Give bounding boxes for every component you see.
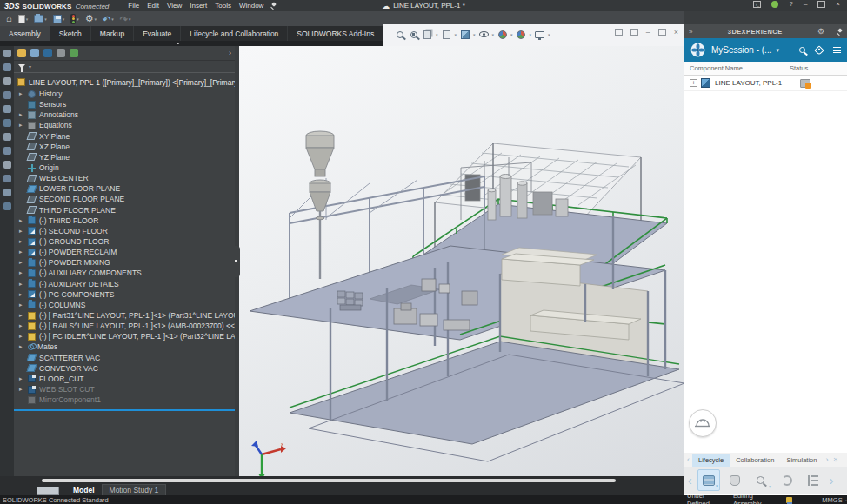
mysession-label[interactable]: MySession - (... <box>711 45 771 55</box>
expand-arrow-icon[interactable]: ▸ <box>19 217 23 224</box>
dropdown-caret-icon[interactable]: ▾ <box>492 32 495 37</box>
expand-arrow-icon[interactable]: ▸ <box>19 322 23 329</box>
tools-scroll-right-icon[interactable]: › <box>826 474 837 487</box>
tree-item-conveyor-vac[interactable]: CONVEYOR VAC <box>14 363 235 374</box>
tabs-expand-icon[interactable]: » <box>831 454 840 464</box>
home-icon[interactable]: ⌂ <box>6 14 12 23</box>
tree-item-web-slot-cut[interactable]: ▸WEB SLOT CUT <box>14 384 235 395</box>
rollback-bar[interactable] <box>14 409 235 411</box>
assistant-button[interactable] <box>689 409 717 437</box>
tree-item-third-floor-plane[interactable]: THIRD FLOOR PLANE <box>14 205 235 216</box>
tree-filter-row[interactable]: ▾ <box>14 61 235 73</box>
panel-tab-lifecycle[interactable]: Lifecycle <box>692 454 730 467</box>
ribbon-tab-markup[interactable]: Markup <box>91 26 134 41</box>
menu-icon[interactable] <box>833 47 841 53</box>
note-icon[interactable] <box>3 119 11 127</box>
sync-status-icon[interactable] <box>776 469 798 491</box>
search-properties-icon[interactable]: ▾ <box>750 469 772 491</box>
target-icon[interactable] <box>3 161 11 169</box>
expand-arrow-icon[interactable]: ▸ <box>19 228 23 235</box>
session-chevron-down-icon[interactable]: ▾ <box>776 47 779 54</box>
status-units[interactable]: MMGS · <box>822 496 847 504</box>
mysession-bar[interactable]: MySession - (... ▾ <box>684 38 847 62</box>
menu-item-file[interactable]: File <box>128 2 139 10</box>
pin-icon[interactable] <box>3 133 11 141</box>
settings-icon[interactable] <box>3 189 11 196</box>
displaymanager-icon[interactable] <box>70 49 78 57</box>
featuremanager-tree-icon[interactable] <box>17 49 26 57</box>
tree-item-rails-line-layout-ppl[interactable]: ▸(-) [ RAILS^LINE LAYOUT, PPL-1 ]<1> (AM… <box>14 321 235 331</box>
display-style-cube-icon[interactable] <box>459 29 470 40</box>
tree-item-auxiliary-details[interactable]: ▸(-) AUXILIARY DETAILS <box>14 279 235 289</box>
sheet-tab-motion-study-1[interactable]: Motion Study 1 <box>102 484 167 495</box>
expand-arrow-icon[interactable]: ▸ <box>19 90 23 97</box>
view-settings-ball-icon[interactable] <box>497 29 508 40</box>
ribbon-tab-lifecycle-and-collaboration[interactable]: Lifecycle and Collaboration <box>181 26 288 41</box>
redo-icon[interactable]: ↷▾ <box>120 15 131 23</box>
tree-item-equations[interactable]: ▸Equations <box>14 120 235 130</box>
help-icon[interactable]: ? <box>789 1 792 8</box>
rebuild-traffic-light-icon[interactable]: ▾ <box>70 14 79 24</box>
menu-pin-icon[interactable] <box>270 3 277 9</box>
panel-icon[interactable] <box>3 105 11 113</box>
ribbon-tab-sketch[interactable]: Sketch <box>50 26 91 41</box>
options-gear-icon[interactable]: ⚙▾ <box>85 14 97 23</box>
zoom-to-fit-icon[interactable] <box>394 29 405 40</box>
tree-item-scatterer-vac[interactable]: SCATTERER VAC <box>14 353 235 363</box>
column-status[interactable]: Status <box>784 62 847 75</box>
menu-item-window[interactable]: Window <box>239 2 263 10</box>
tree-item-pg-components[interactable]: ▸(-) PG COMPONENTS <box>14 289 235 300</box>
tag-icon[interactable] <box>814 45 824 55</box>
tree-item-columns[interactable]: ▸(-) COLUMNS <box>14 300 235 310</box>
expand-arrow-icon[interactable]: ▸ <box>19 375 23 382</box>
menu-item-edit[interactable]: Edit <box>147 2 159 10</box>
tree-item-mates[interactable]: ▸Mates <box>14 342 235 352</box>
new-document-icon[interactable]: ▾ <box>18 15 29 23</box>
tree-item-auxiliary-components[interactable]: ▸(-) AUXILIARY COMPONENTS <box>14 268 235 278</box>
presence-green-dot[interactable] <box>771 1 778 8</box>
expand-arrow-icon[interactable]: ▸ <box>19 249 23 255</box>
tree-item-floor-cut[interactable]: ▸FLOOR_CUT <box>14 374 235 384</box>
circle-icon[interactable] <box>3 175 11 182</box>
tabs-scroll-left-icon[interactable]: ‹ <box>684 455 692 464</box>
dropdown-caret-icon[interactable]: ▾ <box>530 32 532 37</box>
doc-window-icon-2[interactable] <box>630 29 638 36</box>
share-icon[interactable] <box>3 202 11 210</box>
filter-caret-icon[interactable]: ▾ <box>29 63 31 70</box>
expand-arrow-icon[interactable]: ▸ <box>19 111 23 118</box>
ribbon-tab-assembly[interactable]: Assembly <box>0 26 50 41</box>
propertymanager-icon[interactable] <box>30 49 39 57</box>
expand-arrow-icon[interactable]: ▸ <box>19 302 23 308</box>
lifecycle-stack-icon[interactable]: ▾ <box>697 469 720 491</box>
open-icon[interactable]: ▾ <box>34 15 47 23</box>
panel-tab-simulation[interactable]: Simulation <box>780 454 823 467</box>
tree-item-ground-floor[interactable]: ▸(-) GROUND FLOOR <box>14 236 235 247</box>
tree-item-third-floor[interactable]: ▸(-) THIRD FLOOR <box>14 216 235 226</box>
expand-arrow-icon[interactable]: ▸ <box>19 259 23 266</box>
zoom-to-area-icon[interactable] <box>408 29 419 40</box>
tree-root-node[interactable]: LINE LAYOUT, PPL-1 ([Primary]_[Primary])… <box>14 76 235 88</box>
doc-close-icon[interactable]: × <box>674 29 678 36</box>
tree-tabs-expand-icon[interactable]: › <box>229 49 231 57</box>
minimize-icon[interactable]: – <box>804 1 807 8</box>
ribbon-tab-evaluate[interactable]: Evaluate <box>134 26 181 41</box>
sheet-tab-model[interactable]: Model <box>66 485 102 495</box>
undo-icon[interactable]: ↶▾ <box>103 15 114 23</box>
tree-item-yz-plane[interactable]: YZ Plane <box>14 152 235 162</box>
expand-arrow-icon[interactable]: ▸ <box>19 122 23 129</box>
dropdown-caret-icon[interactable]: ▾ <box>510 32 513 37</box>
tree-item-second-floor[interactable]: ▸(-) SECOND FLOOR <box>14 226 235 236</box>
doc-minimize-icon[interactable]: – <box>646 29 650 36</box>
graphics-viewport[interactable]: x <box>239 46 684 476</box>
component-row[interactable]: + LINE LAYOUT, PPL-1 <box>684 76 847 91</box>
panel-tab-collaboration[interactable]: Collaboration <box>730 454 780 467</box>
column-component-name[interactable]: Component Name <box>684 62 784 75</box>
expand-arrow-icon[interactable]: ▸ <box>19 343 23 350</box>
expand-icon[interactable]: + <box>690 79 697 87</box>
console-icon[interactable]: ›_ <box>753 1 761 8</box>
panel-gear-icon[interactable]: ⚙ <box>817 27 824 36</box>
lock-icon[interactable] <box>3 50 11 57</box>
tree-item-powder-reclaim[interactable]: ▸(-) POWDER RECLAIM <box>14 247 235 257</box>
tabs-scroll-right-icon[interactable]: › <box>823 455 830 464</box>
comment-icon[interactable] <box>3 147 11 155</box>
